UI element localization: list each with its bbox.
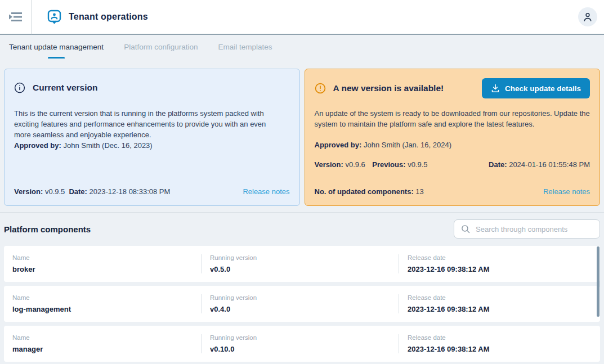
component-name: broker bbox=[12, 265, 195, 273]
app-header: Tenant operations bbox=[0, 0, 604, 35]
version-value: v0.9.5 bbox=[45, 187, 65, 196]
date-label: Date: bbox=[489, 160, 507, 169]
name-cell: Name log-management bbox=[4, 294, 201, 313]
component-row-log-management[interactable]: Name log-management Running version v0.4… bbox=[4, 286, 600, 322]
components-count-label: No. of updated components: bbox=[315, 187, 414, 196]
date-field: Date: 2024-01-16 01:55:48 PM bbox=[489, 160, 590, 170]
user-avatar-button[interactable] bbox=[578, 7, 597, 26]
component-name: log-management bbox=[12, 305, 195, 313]
components-list: Name broker Running version v0.5.0 Relea… bbox=[4, 246, 600, 362]
release-notes-link[interactable]: Release notes bbox=[543, 187, 590, 197]
check-update-details-button[interactable]: Check update details bbox=[482, 78, 590, 98]
card-title: A new version is available! bbox=[333, 82, 444, 95]
person-icon bbox=[581, 11, 594, 23]
release-date-cell: Release date 2023-12-16 09:38:12 AM bbox=[399, 334, 600, 353]
component-release-date: 2023-12-16 09:38:12 AM bbox=[408, 305, 594, 313]
tab-label: Platform configuration bbox=[124, 43, 198, 51]
component-name: manager bbox=[12, 345, 195, 353]
tenant-badge-icon bbox=[47, 10, 61, 24]
name-cell: Name manager bbox=[4, 334, 201, 353]
previous-value: v0.9.5 bbox=[408, 160, 427, 169]
active-tab-indicator bbox=[48, 57, 65, 59]
date-value: 2023-12-18 08:33:08 PM bbox=[90, 187, 171, 196]
component-version: v0.4.0 bbox=[210, 305, 393, 313]
running-version-column-label: Running version bbox=[210, 254, 393, 261]
tenant-operations-app: Tenant operations Tenant update manageme… bbox=[0, 0, 604, 364]
new-version-meta-row: Version: v0.9.6 Previous: v0.9.5 Date: 2… bbox=[315, 160, 590, 170]
tab-label: Tenant update management bbox=[9, 43, 104, 51]
platform-components-header: Platform components bbox=[4, 213, 600, 246]
current-version-meta-row: Version: v0.9.5 Date: 2023-12-18 08:33:0… bbox=[14, 187, 290, 197]
list-scrollbar[interactable] bbox=[597, 246, 599, 317]
version-cards: Current version This is the current vers… bbox=[0, 59, 604, 206]
current-version-card: Current version This is the current vers… bbox=[4, 69, 300, 206]
platform-components-section: Platform components Name broker Run bbox=[0, 212, 604, 364]
new-version-card: A new version is available! Check update… bbox=[305, 69, 601, 206]
approved-by-line: Approved by: John Smith (Jan. 16, 2024) bbox=[315, 140, 590, 151]
tab-email-templates[interactable]: Email templates bbox=[217, 35, 273, 59]
header-divider bbox=[31, 0, 32, 34]
name-column-label: Name bbox=[12, 254, 195, 261]
date-value: 2024-01-16 01:55:48 PM bbox=[509, 160, 590, 169]
approved-by-value: John Smith (Dec. 16, 2023) bbox=[63, 141, 152, 150]
component-row-broker[interactable]: Name broker Running version v0.5.0 Relea… bbox=[4, 246, 600, 282]
updated-components-row: No. of updated components: 13 Release no… bbox=[315, 187, 590, 197]
approved-by-label: Approved by: bbox=[315, 141, 362, 149]
tab-label: Email templates bbox=[218, 43, 272, 51]
running-version-cell: Running version v0.5.0 bbox=[201, 254, 399, 273]
components-count-value: 13 bbox=[415, 187, 423, 196]
menu-open-icon bbox=[8, 11, 23, 23]
name-column-label: Name bbox=[12, 294, 195, 301]
approved-by-value: John Smith (Jan. 16, 2024) bbox=[364, 141, 451, 149]
release-date-column-label: Release date bbox=[408, 294, 594, 301]
previous-version-field: Previous: v0.9.5 bbox=[372, 160, 427, 170]
previous-label: Previous: bbox=[372, 160, 405, 169]
version-label: Version: bbox=[14, 187, 43, 196]
tab-platform-configuration[interactable]: Platform configuration bbox=[123, 35, 199, 59]
release-date-column-label: Release date bbox=[408, 334, 594, 341]
name-cell: Name broker bbox=[4, 254, 201, 273]
components-search-box[interactable] bbox=[454, 219, 600, 239]
button-label: Check update details bbox=[505, 84, 581, 93]
info-icon bbox=[14, 82, 25, 93]
warning-icon bbox=[315, 83, 326, 94]
component-release-date: 2023-12-16 09:38:12 AM bbox=[408, 265, 594, 273]
approved-by-line: Approved by: John Smith (Dec. 16, 2023) bbox=[14, 141, 290, 151]
components-count-field: No. of updated components: 13 bbox=[315, 187, 424, 197]
running-version-cell: Running version v0.4.0 bbox=[201, 294, 399, 313]
running-version-column-label: Running version bbox=[210, 334, 393, 341]
component-release-date: 2023-12-16 09:38:12 AM bbox=[408, 345, 594, 353]
sidebar-toggle-button[interactable] bbox=[0, 0, 31, 34]
tab-bar: Tenant update management Platform config… bbox=[0, 35, 604, 59]
search-input[interactable] bbox=[476, 225, 593, 233]
running-version-cell: Running version v0.10.0 bbox=[201, 334, 399, 353]
version-value: v0.9.6 bbox=[345, 160, 365, 169]
component-row-manager[interactable]: Name manager Running version v0.10.0 Rel… bbox=[4, 326, 600, 362]
current-version-description: This is the current version that is runn… bbox=[14, 109, 284, 141]
section-title: Platform components bbox=[4, 224, 91, 234]
component-version: v0.5.0 bbox=[210, 265, 393, 273]
release-date-cell: Release date 2023-12-16 09:38:12 AM bbox=[399, 254, 600, 273]
release-notes-link[interactable]: Release notes bbox=[243, 187, 289, 197]
tab-tenant-update-management[interactable]: Tenant update management bbox=[8, 35, 105, 59]
version-field: Version: v0.9.5 bbox=[14, 187, 65, 197]
date-field: Date: 2023-12-18 08:33:08 PM bbox=[69, 187, 170, 197]
date-label: Date: bbox=[69, 187, 87, 196]
component-version: v0.10.0 bbox=[210, 345, 393, 353]
name-column-label: Name bbox=[12, 334, 195, 341]
version-label: Version: bbox=[315, 160, 343, 169]
new-version-title-group: A new version is available! bbox=[315, 82, 444, 95]
new-version-title-row: A new version is available! Check update… bbox=[315, 78, 590, 98]
download-icon bbox=[491, 84, 500, 93]
new-version-description: An update of the system is ready to be d… bbox=[315, 109, 590, 130]
version-field: Version: v0.9.6 bbox=[315, 160, 365, 170]
page-title: Tenant operations bbox=[69, 12, 148, 22]
card-title: Current version bbox=[33, 82, 97, 94]
running-version-column-label: Running version bbox=[210, 294, 393, 301]
current-version-title-row: Current version bbox=[14, 82, 290, 94]
release-date-column-label: Release date bbox=[408, 254, 594, 261]
release-date-cell: Release date 2023-12-16 09:38:12 AM bbox=[399, 294, 600, 313]
approved-by-label: Approved by: bbox=[14, 141, 61, 150]
search-icon bbox=[460, 224, 471, 234]
